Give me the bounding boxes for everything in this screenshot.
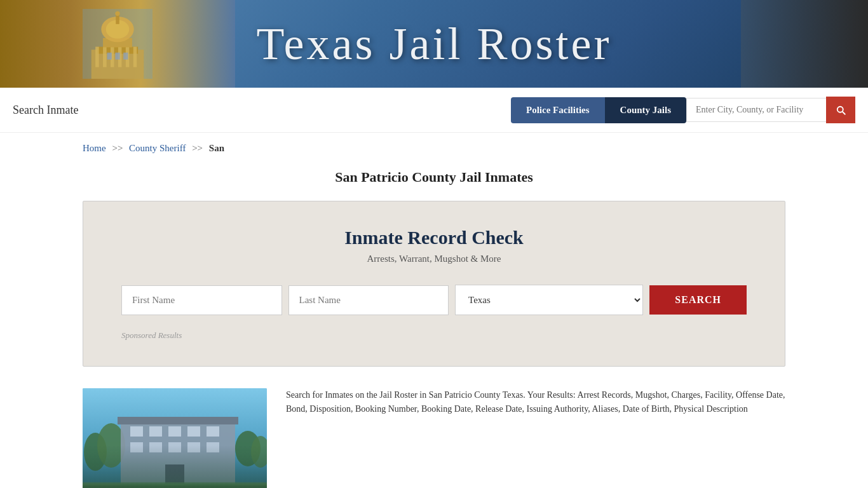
svg-rect-15 xyxy=(115,53,119,60)
svg-rect-33 xyxy=(207,442,219,452)
banner-left-art xyxy=(0,0,235,88)
svg-rect-35 xyxy=(83,484,267,488)
svg-point-20 xyxy=(235,431,261,466)
record-check-title: Inmate Record Check xyxy=(121,227,747,248)
page-title: San Patricio County Jail Inmates xyxy=(0,169,868,186)
bottom-description: Search for Inmates on the Jail Roster in… xyxy=(286,388,785,488)
inmate-search-button[interactable]: SEARCH xyxy=(649,285,747,315)
search-icon xyxy=(835,104,846,116)
svg-rect-36 xyxy=(83,482,267,485)
first-name-input[interactable] xyxy=(121,285,282,315)
record-check-section: Inmate Record Check Arrests, Warrant, Mu… xyxy=(83,201,785,367)
last-name-input[interactable] xyxy=(288,285,449,315)
police-facilities-button[interactable]: Police Facilities xyxy=(511,97,605,123)
breadcrumb: Home >> County Sheriff >> San xyxy=(0,133,868,164)
svg-rect-24 xyxy=(130,426,143,437)
svg-rect-14 xyxy=(107,53,112,60)
svg-rect-29 xyxy=(130,442,143,452)
svg-rect-32 xyxy=(187,442,200,452)
facility-search-button[interactable] xyxy=(826,97,855,123)
facility-image-svg xyxy=(83,388,267,488)
svg-rect-25 xyxy=(149,426,162,437)
svg-point-13 xyxy=(115,11,119,16)
svg-rect-8 xyxy=(133,47,137,67)
record-check-form: AlabamaAlaskaArizonaArkansasCaliforniaCo… xyxy=(121,285,747,315)
svg-rect-16 xyxy=(123,53,128,60)
navbar-right: Police Facilities County Jails xyxy=(511,97,855,123)
state-select[interactable]: AlabamaAlaskaArizonaArkansasCaliforniaCo… xyxy=(455,285,643,315)
breadcrumb-county-sheriff-link[interactable]: County Sheriff xyxy=(129,143,186,153)
search-inmate-label: Search Inmate xyxy=(13,104,78,117)
capitol-dome-icon xyxy=(83,9,153,79)
svg-rect-30 xyxy=(149,442,162,452)
breadcrumb-sep-2: >> xyxy=(192,143,203,153)
county-jails-button[interactable]: County Jails xyxy=(605,97,686,123)
facility-search-input[interactable] xyxy=(686,98,826,122)
site-title: Texas Jail Roster xyxy=(257,18,612,71)
facility-image xyxy=(83,388,267,488)
svg-rect-3 xyxy=(95,47,99,67)
svg-rect-26 xyxy=(168,426,181,437)
svg-rect-27 xyxy=(187,426,200,437)
svg-rect-23 xyxy=(118,417,238,424)
header-banner: Texas Jail Roster xyxy=(0,0,868,88)
breadcrumb-sep-1: >> xyxy=(112,143,123,153)
svg-rect-34 xyxy=(165,464,184,484)
svg-rect-4 xyxy=(103,47,107,67)
breadcrumb-home-link[interactable]: Home xyxy=(83,143,106,153)
svg-rect-31 xyxy=(168,442,181,452)
svg-rect-28 xyxy=(207,426,219,437)
record-check-subtitle: Arrests, Warrant, Mugshot & More xyxy=(121,254,747,264)
navbar: Search Inmate Police Facilities County J… xyxy=(0,88,868,133)
breadcrumb-current: San xyxy=(209,143,224,153)
bottom-section: Search for Inmates on the Jail Roster in… xyxy=(0,373,868,488)
sponsored-results-label: Sponsored Results xyxy=(121,330,747,341)
